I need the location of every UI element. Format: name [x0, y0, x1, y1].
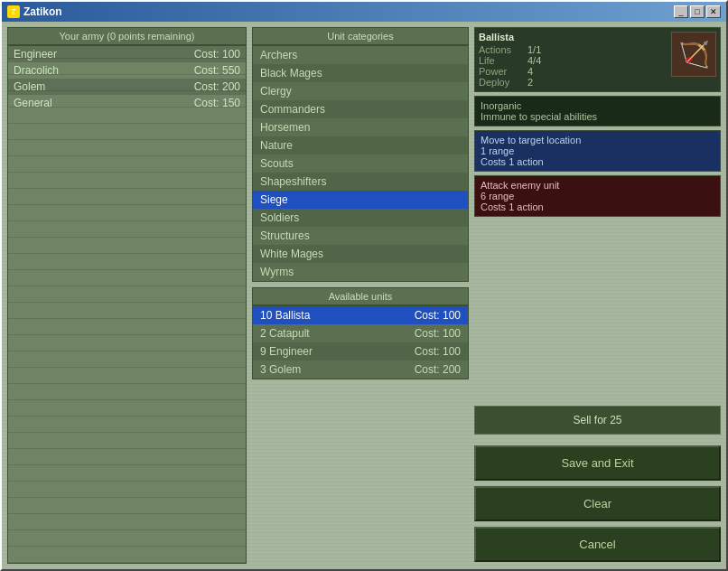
- available-unit-cost: Cost: 200: [415, 363, 461, 376]
- available-unit-cost: Cost: 100: [415, 327, 461, 340]
- available-unit-name: 9 Engineer: [260, 345, 313, 358]
- category-list: ArchersBlack MagesClergyCommandersHorsem…: [252, 45, 469, 282]
- category-item[interactable]: Clergy: [253, 82, 468, 100]
- available-section: Available units 10 BallistaCost: 1002 Ca…: [252, 287, 469, 379]
- army-unit-name: General: [14, 97, 52, 109]
- stat-deploy-value: 2: [527, 77, 533, 88]
- clear-button[interactable]: Clear: [474, 486, 721, 521]
- right-panel: Ballista Actions 1/1 Life 4/4 Power 4 D: [474, 27, 721, 564]
- stat-life-label: Life: [479, 55, 524, 66]
- ability-description: Immune to special abilities: [481, 111, 714, 122]
- available-unit-name: 3 Golem: [260, 363, 301, 376]
- category-item[interactable]: Nature: [253, 136, 468, 154]
- stat-life-row: Life 4/4: [479, 55, 666, 66]
- available-header: Available units: [252, 287, 469, 305]
- army-unit-name: Dracolich: [14, 64, 59, 77]
- action-attack-line2: 6 range: [481, 191, 714, 201]
- ability-box: Inorganic Immune to special abilities: [474, 96, 721, 126]
- unit-info-box: Ballista Actions 1/1 Life 4/4 Power 4 D: [474, 27, 721, 92]
- middle-panel: Unit categories ArchersBlack MagesClergy…: [252, 27, 469, 564]
- main-content: Your army (0 points remaining) EngineerC…: [2, 22, 726, 569]
- main-window: Z Zatikon _ □ ✕ Your army (0 points rema…: [0, 0, 728, 571]
- unit-name: Ballista: [479, 32, 666, 42]
- category-item[interactable]: Shapeshifters: [253, 173, 468, 191]
- stat-actions-label: Actions: [479, 44, 524, 55]
- category-item[interactable]: Archers: [253, 46, 468, 64]
- army-item[interactable]: GolemCost: 200: [8, 79, 246, 95]
- divider1: [474, 438, 721, 442]
- available-item[interactable]: 3 GolemCost: 200: [253, 360, 468, 379]
- category-item[interactable]: Wyrms: [253, 263, 468, 281]
- army-unit-cost: Cost: 200: [194, 80, 240, 93]
- unit-info-text: Ballista Actions 1/1 Life 4/4 Power 4 D: [479, 32, 666, 88]
- army-item[interactable]: GeneralCost: 150: [8, 95, 246, 111]
- category-item[interactable]: Soldiers: [253, 209, 468, 227]
- action-move-line3: Costs 1 action: [481, 156, 714, 167]
- stat-life-value: 4/4: [527, 55, 541, 66]
- category-item[interactable]: Scouts: [253, 154, 468, 173]
- army-unit-cost: Cost: 100: [194, 48, 240, 61]
- category-item[interactable]: Siege: [253, 191, 468, 209]
- ability-title: Inorganic: [481, 100, 714, 111]
- stat-power-row: Power 4: [479, 66, 666, 77]
- category-item[interactable]: Horsemen: [253, 118, 468, 136]
- sell-button[interactable]: Sell for 25: [474, 406, 721, 435]
- categories-header: Unit categories: [252, 27, 469, 45]
- category-item[interactable]: Black Mages: [253, 64, 468, 82]
- army-list: EngineerCost: 100DracolichCost: 550Golem…: [7, 45, 247, 564]
- spacer: [474, 220, 721, 402]
- title-bar: Z Zatikon _ □ ✕: [2, 2, 726, 22]
- cancel-button[interactable]: Cancel: [474, 527, 721, 562]
- available-unit-name: 10 Ballista: [260, 309, 310, 322]
- action-move-box: Move to target location 1 range Costs 1 …: [474, 130, 721, 172]
- army-unit-name: Golem: [14, 80, 45, 93]
- army-item[interactable]: EngineerCost: 100: [8, 46, 246, 62]
- maximize-button[interactable]: □: [690, 5, 705, 18]
- unit-portrait-icon: 🏹: [678, 40, 710, 70]
- army-item[interactable]: DracolichCost: 550: [8, 62, 246, 79]
- action-attack-line1: Attack enemy unit: [481, 180, 714, 191]
- title-buttons: _ □ ✕: [674, 5, 721, 18]
- stat-actions-value: 1/1: [527, 44, 541, 55]
- stat-deploy-row: Deploy 2: [479, 77, 666, 88]
- save-exit-button[interactable]: Save and Exit: [474, 445, 721, 481]
- available-unit-cost: Cost: 100: [415, 345, 461, 358]
- action-attack-line3: Costs 1 action: [481, 201, 714, 212]
- close-button[interactable]: ✕: [706, 5, 721, 18]
- army-unit-name: Engineer: [14, 48, 57, 61]
- category-item[interactable]: White Mages: [253, 245, 468, 263]
- app-icon: Z: [7, 5, 20, 18]
- minimize-button[interactable]: _: [674, 5, 688, 18]
- category-item[interactable]: Commanders: [253, 100, 468, 118]
- stat-actions-row: Actions 1/1: [479, 44, 666, 55]
- unit-portrait: 🏹: [671, 32, 716, 77]
- action-move-line2: 1 range: [481, 145, 714, 156]
- army-unit-cost: Cost: 550: [194, 64, 240, 77]
- army-unit-cost: Cost: 150: [194, 97, 240, 109]
- category-item[interactable]: Structures: [253, 227, 468, 245]
- army-header: Your army (0 points remaining): [7, 27, 247, 45]
- window-title: Zatikon: [23, 5, 62, 18]
- left-panel: Your army (0 points remaining) EngineerC…: [7, 27, 247, 564]
- stat-power-label: Power: [479, 66, 524, 77]
- stat-power-value: 4: [527, 66, 533, 77]
- action-attack-box: Attack enemy unit 6 range Costs 1 action: [474, 175, 721, 217]
- title-bar-left: Z Zatikon: [7, 5, 62, 18]
- available-item[interactable]: 2 CatapultCost: 100: [253, 324, 468, 342]
- stat-deploy-label: Deploy: [479, 77, 524, 88]
- available-item[interactable]: 10 BallistaCost: 100: [253, 306, 468, 324]
- available-item[interactable]: 9 EngineerCost: 100: [253, 342, 468, 360]
- available-unit-name: 2 Catapult: [260, 327, 310, 340]
- available-unit-cost: Cost: 100: [415, 309, 461, 322]
- action-move-line1: Move to target location: [481, 135, 714, 145]
- categories-section: Unit categories ArchersBlack MagesClergy…: [252, 27, 469, 282]
- available-list: 10 BallistaCost: 1002 CatapultCost: 1009…: [252, 305, 469, 379]
